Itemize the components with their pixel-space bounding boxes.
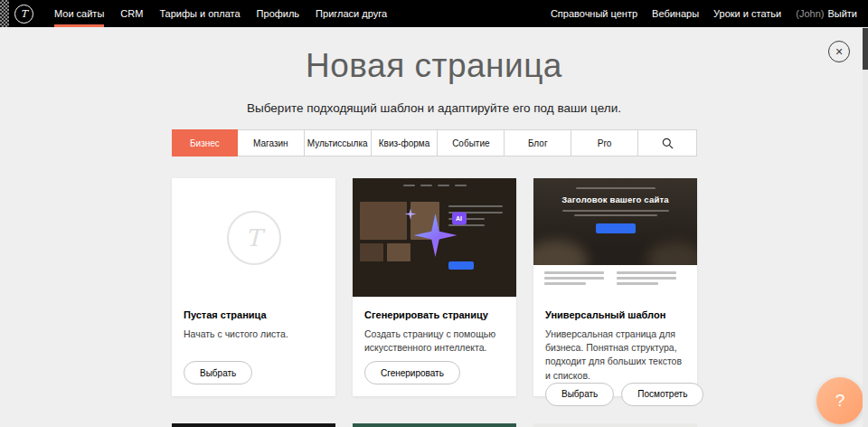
template-card-generate[interactable]: AI Сгенерировать страницу Создать страни…	[353, 178, 516, 396]
preview-text-section	[533, 265, 697, 297]
tab-search[interactable]	[638, 130, 696, 156]
card-description: Создать страницу с помощью искусственног…	[364, 327, 505, 355]
photo-blur-shape	[533, 240, 588, 265]
secondary-nav: Справочный центр Вебинары Уроки и статьи…	[543, 0, 857, 27]
nav-invite-friend[interactable]: Пригласи друга	[307, 0, 395, 27]
tab-shop[interactable]: Магазин	[238, 130, 305, 156]
tab-multilink[interactable]: Мультиссылка	[305, 130, 372, 156]
nav-help-center[interactable]: Справочный центр	[543, 8, 645, 19]
topbar: T Мои сайты CRM Тарифы и оплата Профиль …	[0, 0, 868, 27]
preview-subtext-placeholder	[562, 210, 669, 212]
blank-preview: T	[172, 178, 335, 297]
preview-subtext-placeholder	[574, 214, 657, 216]
tilda-watermark-icon: T	[227, 211, 281, 265]
card-actions: Выбрать	[184, 361, 324, 384]
template-card-partial[interactable]	[533, 423, 697, 427]
ai-star-group: AI	[403, 208, 467, 262]
choose-blank-button[interactable]: Выбрать	[184, 361, 252, 384]
tab-blog[interactable]: Блог	[505, 130, 571, 156]
preview-text-column	[617, 271, 676, 290]
preview-navbar-placeholder	[353, 185, 516, 186]
card-description: Универсальная страница для бизнеса. Поня…	[545, 327, 685, 383]
card-actions: Выбрать Посмотреть	[545, 383, 685, 406]
ai-star-icon	[414, 214, 458, 257]
preview-button-placeholder	[448, 261, 474, 270]
nav-profile[interactable]: Профиль	[249, 0, 308, 27]
nav-my-sites[interactable]: Мои сайты	[46, 0, 112, 27]
ai-badge: AI	[452, 212, 467, 224]
card-actions: Сгенерировать	[364, 361, 505, 384]
nav-crm[interactable]: CRM	[112, 0, 151, 27]
watermark-letter: T	[246, 224, 261, 251]
sparkle-icon	[405, 208, 417, 220]
template-category-tabs: Бизнес Магазин Мультиссылка Квиз-форма С…	[172, 129, 697, 157]
card-body: Сгенерировать страницу Создать страницу …	[353, 297, 516, 396]
tab-business[interactable]: Бизнес	[172, 129, 238, 157]
page-subtitle: Выберите подходящий шаблон и адаптируйте…	[0, 101, 868, 115]
preview-hero-photo: Заголовок вашего сайта	[533, 178, 697, 265]
nav-tariffs-payment[interactable]: Тарифы и оплата	[151, 0, 248, 27]
template-card-universal[interactable]: Заголовок вашего сайта Универсальный шаб…	[533, 178, 697, 396]
nav-lessons-articles[interactable]: Уроки и статьи	[706, 8, 788, 19]
card-title: Сгенерировать страницу	[364, 309, 505, 320]
preview-cta-button-placeholder	[596, 223, 636, 233]
help-button[interactable]: ?	[816, 377, 863, 424]
card-title: Универсальный шаблон	[545, 309, 685, 320]
tab-pro[interactable]: Pro	[571, 130, 638, 156]
scrollbar-track[interactable]	[863, 27, 868, 427]
template-card-partial[interactable]	[172, 423, 335, 427]
template-card-partial[interactable]	[353, 423, 516, 427]
scrollbar-thumb[interactable]	[863, 28, 868, 70]
app-screen: T Мои сайты CRM Тарифы и оплата Профиль …	[0, 0, 868, 427]
primary-nav: Мои сайты CRM Тарифы и оплата Профиль Пр…	[46, 0, 395, 27]
logout-link[interactable]: Выйти	[827, 8, 857, 19]
preview-text-column	[544, 271, 604, 290]
tilda-logo-letter: T	[21, 8, 27, 20]
card-description: Начать с чистого листа.	[184, 327, 324, 341]
template-grid: T Пустая страница Начать с чистого листа…	[172, 178, 697, 427]
universal-preview: Заголовок вашего сайта	[533, 178, 697, 297]
preview-caption-placeholder	[576, 187, 656, 189]
tilda-logo[interactable]: T	[14, 5, 33, 24]
ai-generate-preview: AI	[353, 178, 516, 297]
card-body: Пустая страница Начать с чистого листа. …	[172, 297, 335, 396]
choose-universal-button[interactable]: Выбрать	[545, 383, 614, 406]
close-button[interactable]: ✕	[828, 41, 850, 62]
preview-thumbnail	[360, 202, 407, 240]
template-card-blank[interactable]: T Пустая страница Начать с чистого листа…	[172, 178, 335, 396]
nav-webinars[interactable]: Вебинары	[645, 8, 706, 19]
search-icon	[662, 138, 674, 149]
preview-heading: Заголовок вашего сайта	[533, 195, 697, 204]
user-area: (John) Выйти	[788, 8, 857, 19]
preview-thumbnail	[360, 243, 383, 261]
edge-pattern-decoration	[0, 0, 9, 27]
preview-universal-button[interactable]: Посмотреть	[621, 383, 703, 406]
user-name: (John)	[796, 8, 824, 19]
tab-quiz-form[interactable]: Квиз-форма	[372, 130, 439, 156]
card-title: Пустая страница	[184, 309, 324, 320]
card-body: Универсальный шаблон Универсальная стран…	[533, 297, 697, 418]
generate-button[interactable]: Сгенерировать	[364, 361, 460, 384]
page-title: Новая страница	[0, 47, 868, 85]
photo-blur-shape	[646, 242, 697, 265]
tab-event[interactable]: Событие	[438, 130, 505, 156]
